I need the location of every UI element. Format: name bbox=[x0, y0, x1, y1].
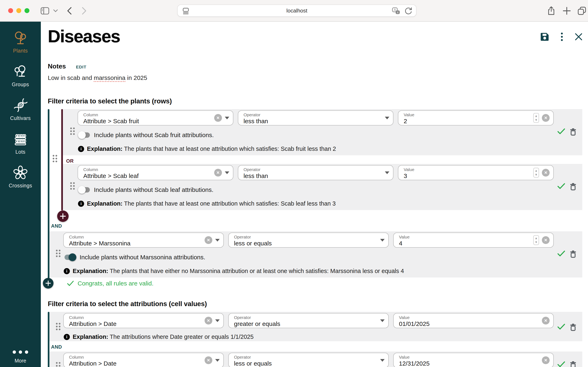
sidebar-item-groups[interactable]: Groups bbox=[0, 64, 41, 87]
value-input[interactable]: Value 12/31/2025 ✕ bbox=[393, 353, 554, 367]
sidebar-item-label: Cultivars bbox=[10, 115, 31, 121]
column-select[interactable]: Column Attribution > Date ✕ bbox=[63, 313, 224, 328]
filter-rule: Column Attribute > Marssonina ✕ Operator… bbox=[49, 231, 582, 277]
rule-drag-handle[interactable] bbox=[56, 323, 60, 330]
operator-select[interactable]: Operator less or equals bbox=[228, 233, 389, 248]
application-window: localhost A x bbox=[0, 0, 588, 367]
clear-icon[interactable]: ✕ bbox=[542, 114, 550, 122]
or-group-drag-handle[interactable] bbox=[53, 155, 57, 162]
clear-icon[interactable]: ✕ bbox=[542, 356, 550, 364]
chevron-down-icon[interactable] bbox=[225, 117, 229, 119]
address-bar[interactable]: localhost A x bbox=[177, 5, 417, 17]
kebab-menu-icon[interactable] bbox=[557, 32, 567, 42]
field-label: Value bbox=[399, 355, 410, 360]
number-stepper[interactable]: ∧∨ bbox=[533, 113, 539, 123]
chevron-down-icon[interactable] bbox=[53, 0, 58, 22]
delete-rule-icon[interactable] bbox=[569, 360, 577, 367]
number-stepper[interactable]: ∧∨ bbox=[533, 235, 539, 245]
chevron-down-icon[interactable] bbox=[380, 239, 385, 242]
info-icon: i bbox=[64, 268, 70, 274]
forward-icon[interactable] bbox=[81, 0, 88, 22]
sidebar-item-lots[interactable]: Lots bbox=[0, 131, 41, 155]
column-select[interactable]: Column Attribute > Scab leaf ✕ bbox=[78, 165, 233, 180]
chevron-down-icon[interactable] bbox=[385, 117, 389, 119]
rule-drag-handle[interactable] bbox=[56, 362, 60, 367]
sidebar-item-cultivars[interactable]: Cultivars bbox=[0, 97, 41, 121]
sidebar-item-more[interactable]: More bbox=[0, 350, 41, 364]
notes-edit-button[interactable]: EDIT bbox=[76, 65, 86, 69]
delete-rule-icon[interactable] bbox=[569, 127, 577, 136]
close-icon[interactable] bbox=[574, 32, 583, 42]
clear-icon[interactable]: ✕ bbox=[542, 317, 550, 325]
toggle-label: Include plants without Marssonina attrib… bbox=[80, 254, 205, 261]
value-input[interactable]: Value 3 ∧∨✕ bbox=[398, 165, 554, 180]
rule-drag-handle[interactable] bbox=[56, 250, 60, 257]
field-value: less or equals bbox=[234, 240, 272, 247]
delete-rule-icon[interactable] bbox=[569, 250, 577, 258]
operator-select[interactable]: Operator less than bbox=[238, 110, 394, 125]
chevron-down-icon[interactable] bbox=[225, 171, 229, 174]
chevron-down-icon[interactable] bbox=[215, 319, 220, 322]
trees-icon bbox=[12, 64, 29, 80]
add-rule-and-group-button[interactable] bbox=[43, 278, 54, 289]
tab-overview-icon[interactable] bbox=[577, 0, 587, 22]
clear-icon[interactable]: ✕ bbox=[542, 236, 550, 244]
chevron-down-icon[interactable] bbox=[215, 359, 220, 362]
share-icon[interactable] bbox=[546, 0, 556, 22]
main-content: Diseases Notes EDIT Low in scab and mars… bbox=[41, 22, 588, 367]
translate-icon[interactable]: A x bbox=[392, 7, 401, 16]
clear-icon[interactable]: ✕ bbox=[205, 236, 212, 244]
explanation-text: Explanation: The plants that have at lea… bbox=[87, 200, 336, 207]
value-input[interactable]: Value 2 ∧∨✕ bbox=[398, 110, 554, 125]
operator-select[interactable]: Operator greater or equals bbox=[228, 313, 389, 328]
rule-drag-handle[interactable] bbox=[70, 182, 75, 190]
value-input[interactable]: Value 4 ∧∨✕ bbox=[393, 233, 554, 248]
info-icon: i bbox=[78, 201, 84, 207]
sidebar-item-crossings[interactable]: Crossings bbox=[0, 165, 41, 189]
operator-select[interactable]: Operator less than bbox=[238, 165, 394, 180]
new-tab-icon[interactable] bbox=[562, 0, 572, 22]
reload-icon[interactable] bbox=[404, 7, 413, 16]
sidebar-item-plants[interactable]: Plants bbox=[0, 30, 41, 54]
sidebar-item-label: Plants bbox=[13, 48, 28, 54]
window-minimize-button[interactable] bbox=[16, 8, 21, 13]
chevron-down-icon[interactable] bbox=[385, 171, 389, 174]
clear-icon[interactable]: ✕ bbox=[542, 169, 550, 176]
field-label: Operator bbox=[234, 355, 251, 360]
column-select[interactable]: Column Attribute > Scab fruit ✕ bbox=[78, 110, 233, 125]
or-group-rail bbox=[61, 109, 63, 210]
add-rule-or-group-button[interactable] bbox=[57, 210, 69, 222]
back-icon[interactable] bbox=[66, 0, 73, 22]
include-without-toggle[interactable] bbox=[64, 255, 76, 260]
sidebar: Plants Groups bbox=[0, 22, 41, 367]
clear-icon[interactable]: ✕ bbox=[205, 356, 212, 364]
operator-select[interactable]: Operator less or equals bbox=[228, 353, 389, 367]
column-select[interactable]: Column Attribution > Date ✕ bbox=[63, 353, 224, 367]
attributions-filter-heading: Filter criteria to select the attributio… bbox=[48, 300, 207, 308]
clear-icon[interactable]: ✕ bbox=[214, 114, 222, 122]
value-input[interactable]: Value 01/01/2025 ✕ bbox=[393, 313, 554, 328]
column-select[interactable]: Column Attribute > Marssonina ✕ bbox=[63, 233, 224, 248]
field-label: Column bbox=[83, 167, 98, 172]
and-operator-label: AND bbox=[51, 223, 62, 229]
window-zoom-button[interactable] bbox=[24, 8, 29, 13]
include-without-toggle[interactable] bbox=[79, 187, 90, 192]
info-icon: i bbox=[64, 334, 70, 340]
field-value: Attribution > Date bbox=[69, 360, 117, 367]
rule-drag-handle[interactable] bbox=[70, 127, 75, 135]
and-operator-label: AND bbox=[51, 344, 62, 350]
delete-rule-icon[interactable] bbox=[569, 323, 577, 331]
chevron-down-icon[interactable] bbox=[215, 239, 220, 242]
sidebar-toggle-icon[interactable] bbox=[40, 0, 50, 22]
sidebar-item-label: Crossings bbox=[9, 183, 32, 189]
delete-rule-icon[interactable] bbox=[569, 182, 577, 191]
chevron-down-icon[interactable] bbox=[380, 319, 385, 322]
clear-icon[interactable]: ✕ bbox=[214, 169, 222, 176]
number-stepper[interactable]: ∧∨ bbox=[533, 168, 539, 178]
save-button[interactable] bbox=[540, 32, 550, 42]
chevron-down-icon[interactable] bbox=[380, 359, 385, 362]
include-without-toggle[interactable] bbox=[79, 133, 90, 138]
window-close-button[interactable] bbox=[8, 8, 13, 13]
rule-valid-check-icon bbox=[557, 183, 565, 189]
clear-icon[interactable]: ✕ bbox=[205, 317, 212, 325]
